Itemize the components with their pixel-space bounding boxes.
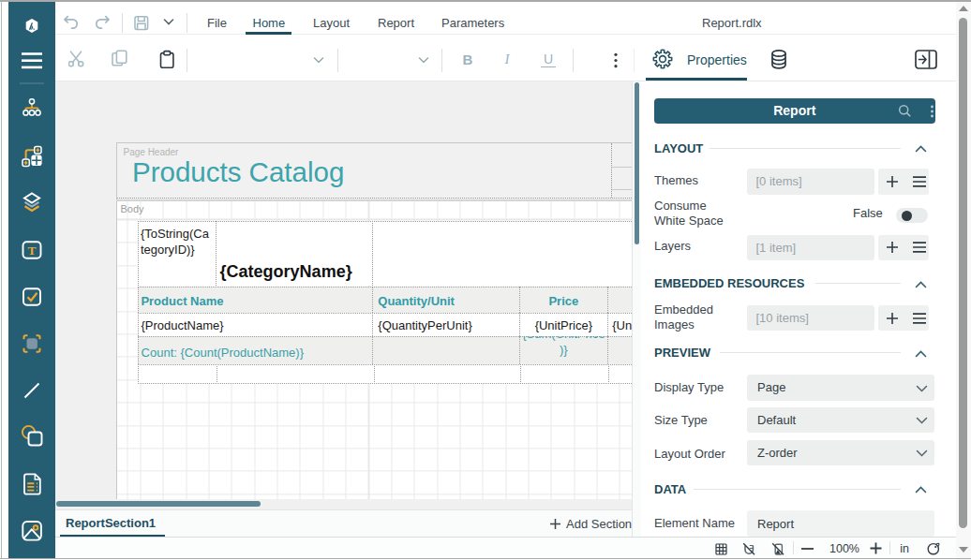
svg-text:T: T	[27, 243, 36, 258]
